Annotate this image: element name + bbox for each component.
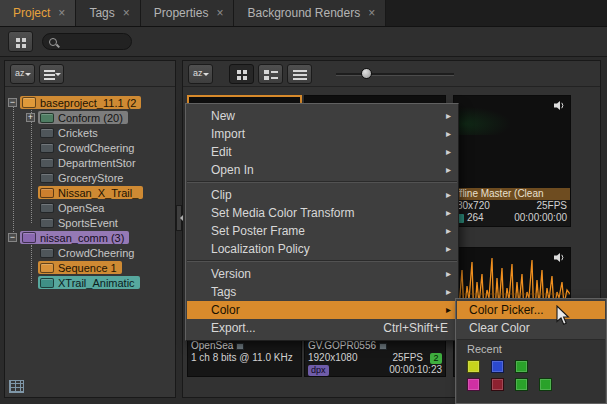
sort-order-button[interactable] xyxy=(39,64,64,84)
tree-item-label: SportsEvent xyxy=(58,217,118,229)
clip-format-line: dpx 00:00:10:23 xyxy=(305,364,445,376)
tree-item[interactable]: + Conform (20) xyxy=(5,110,175,125)
tree-item[interactable]: CrowdCheering xyxy=(5,140,175,155)
tab[interactable]: Properties × xyxy=(141,0,235,26)
tree-item-icon xyxy=(40,128,54,138)
tab-label: Project xyxy=(13,6,50,20)
tree-item-icon xyxy=(40,188,54,198)
spreadsheet-icon[interactable] xyxy=(9,380,24,393)
tree-item[interactable]: XTrail_Animatic xyxy=(5,275,175,290)
context-menu-item[interactable]: Color ▸ xyxy=(187,301,457,319)
recent-color-swatch[interactable] xyxy=(491,378,504,391)
context-menu: New ▸ Import ▸ Edit ▸ Open In ▸ xyxy=(185,103,459,341)
tab-close-icon[interactable]: × xyxy=(123,8,130,18)
submenu-arrow-icon: ▸ xyxy=(446,110,451,121)
submenu-arrow-icon: ▸ xyxy=(446,243,451,254)
clip-name-text: OpenSea xyxy=(191,340,233,352)
clip-name: ffline Master (Clean xyxy=(454,188,570,200)
recent-color-swatch[interactable] xyxy=(467,378,480,391)
tree-item[interactable]: − baseproject_11.1 (2 xyxy=(5,95,175,110)
tree-item-icon xyxy=(40,263,54,273)
tree-item[interactable]: DepartmentStor xyxy=(5,155,175,170)
slider-handle[interactable] xyxy=(361,68,372,79)
recent-color-swatch[interactable] xyxy=(467,360,480,373)
tree-item-icon xyxy=(40,203,54,213)
tab-close-icon[interactable]: × xyxy=(216,8,223,18)
view-list-button[interactable] xyxy=(287,64,312,84)
media-indicator-icon xyxy=(236,343,244,350)
clip-name: OpenSea xyxy=(188,340,301,352)
recent-color-swatch[interactable] xyxy=(515,378,528,391)
layout-grid-button[interactable] xyxy=(8,31,33,52)
tab-bar: Project × Tags × Properties × Background… xyxy=(0,0,607,27)
panel-splitter-collapse[interactable] xyxy=(176,205,182,231)
tab[interactable]: Project × xyxy=(0,0,76,26)
tab[interactable]: Background Renders × xyxy=(234,0,386,26)
tree-expander-icon[interactable]: − xyxy=(8,98,17,107)
context-menu-item[interactable]: Open In ▸ xyxy=(187,161,457,179)
tree-item[interactable]: Crickets xyxy=(5,125,175,140)
tree-item[interactable]: − nissan_comm (3) xyxy=(5,230,175,245)
submenu-arrow-icon: ▸ xyxy=(446,225,451,236)
menu-item-label: Open In xyxy=(211,163,254,177)
context-menu-item[interactable]: Clip ▸ xyxy=(187,186,457,204)
submenu-arrow-icon: ▸ xyxy=(446,268,451,279)
submenu-item-label: Clear Color xyxy=(469,321,530,335)
tree-item[interactable]: Nissan_X_Trail_ xyxy=(5,185,175,200)
context-menu-item[interactable]: New ▸ xyxy=(187,107,457,125)
submenu-item[interactable]: Clear Color xyxy=(457,319,605,337)
tab-close-icon[interactable]: × xyxy=(368,8,375,18)
context-menu-item[interactable]: Set Poster Frame ▸ xyxy=(187,222,457,240)
tree-item[interactable]: CrowdCheering xyxy=(5,245,175,260)
context-menu-item[interactable]: Edit ▸ xyxy=(187,143,457,161)
context-menu-item[interactable]: ▸ xyxy=(187,258,457,265)
recent-colors-section: Recent xyxy=(457,339,605,403)
context-menu-item[interactable]: Export... Ctrl+Shift+E ▸ xyxy=(187,319,457,337)
tab[interactable]: Tags × xyxy=(76,0,140,26)
tree-item-chip: Sequence 1 xyxy=(38,261,122,274)
tree-item-icon xyxy=(22,232,36,243)
menu-item-label: Color xyxy=(211,303,240,317)
clip-codec-line: 264 00:00:00:00 xyxy=(454,212,570,224)
search-input[interactable] xyxy=(42,33,132,50)
tree-item-label: baseproject_11.1 (2 xyxy=(40,97,136,109)
clip-resolution: 1920x1080 xyxy=(308,352,358,364)
sort-az-button[interactable] xyxy=(10,64,35,84)
tree-item-chip: CrowdCheering xyxy=(38,246,139,259)
tree-item-chip: XTrail_Animatic xyxy=(38,276,140,289)
context-menu-item[interactable]: ▸ xyxy=(187,179,457,186)
tree-item-icon xyxy=(40,278,54,288)
tree-item-label: Sequence 1 xyxy=(58,262,117,274)
context-menu-item[interactable]: Import ▸ xyxy=(187,125,457,143)
context-menu-item[interactable]: Tags ▸ xyxy=(187,283,457,301)
context-menu-item[interactable]: Version ▸ xyxy=(187,265,457,283)
menu-item-shortcut: Ctrl+Shift+E xyxy=(365,321,448,335)
tab-close-icon[interactable]: × xyxy=(58,8,65,18)
tree-item[interactable]: SportsEvent xyxy=(5,215,175,230)
tree-item-label: XTrail_Animatic xyxy=(58,277,135,289)
submenu-item[interactable]: Color Picker... xyxy=(457,301,605,319)
clip-fps: 25FPS xyxy=(392,352,423,364)
media-indicator-icon xyxy=(379,343,387,350)
recent-color-swatch[interactable] xyxy=(491,360,504,373)
recent-label: Recent xyxy=(467,343,595,355)
recent-color-swatch[interactable] xyxy=(539,378,552,391)
sort-az-button[interactable] xyxy=(188,64,213,84)
search-icon xyxy=(49,38,57,46)
view-thumbnails-button[interactable] xyxy=(229,64,254,84)
tree-expander-icon[interactable]: − xyxy=(8,233,17,242)
tree-item-label: nissan_comm (3) xyxy=(40,232,124,244)
submenu-arrow-icon: ▸ xyxy=(446,207,451,218)
clip-card-offline-master[interactable]: ffline Master (Clean 80x720 25FPS 264 00… xyxy=(453,95,571,227)
context-menu-item[interactable]: Localization Policy ▸ xyxy=(187,240,457,258)
speaker-icon xyxy=(553,252,566,263)
tree-item[interactable]: GroceryStore xyxy=(5,170,175,185)
recent-color-swatch[interactable] xyxy=(515,360,528,373)
tree-item[interactable]: OpenSea xyxy=(5,200,175,215)
tree-item[interactable]: Sequence 1 xyxy=(5,260,175,275)
tree-item-icon xyxy=(40,248,54,258)
view-thumblist-button[interactable] xyxy=(258,64,283,84)
tree-expander-icon[interactable]: + xyxy=(26,113,35,122)
thumbnail-size-slider[interactable] xyxy=(336,67,454,81)
context-menu-item[interactable]: Set Media Color Transform ▸ xyxy=(187,204,457,222)
